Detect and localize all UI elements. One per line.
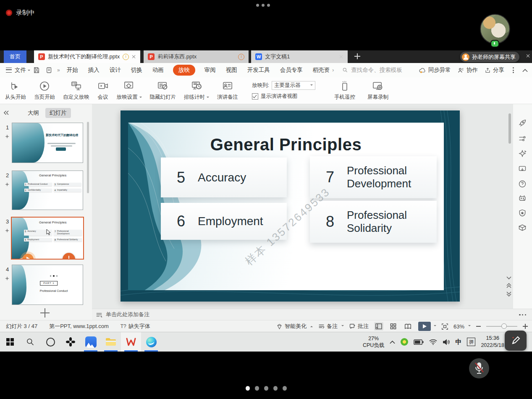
command-search-input[interactable]: 查找命令、搜索模板 [342, 66, 428, 74]
menu-item[interactable]: 会员专享 [280, 66, 303, 74]
hamburger-icon[interactable] [6, 68, 12, 73]
display-target-select[interactable]: 主要显示器 [272, 81, 315, 90]
menu-item[interactable]: 插入 [88, 66, 100, 74]
tab-outline[interactable]: 大纲 [28, 109, 39, 117]
document-tab[interactable]: P 莉莉译东西.pptx ! [144, 50, 249, 63]
slide-title[interactable]: General Principles [128, 135, 444, 154]
new-tab-button[interactable] [352, 50, 363, 63]
slide-editor[interactable]: General Principles 5 Accuracy 7 Professi… [121, 110, 460, 302]
slide-thumbnail-3-selected[interactable]: 3 General Principles 5Accuracy 7Professi… [0, 217, 92, 267]
zoom-level[interactable]: 63% [453, 323, 471, 330]
resource-box-icon[interactable] [518, 223, 527, 234]
battery-icon[interactable] [414, 339, 424, 345]
zoom-slider[interactable] [486, 326, 517, 327]
file-menu[interactable]: 文件 [15, 66, 26, 74]
cpu-load-indicator[interactable]: 27% CPU负载 [363, 335, 384, 349]
menu-item[interactable]: 设计 [110, 66, 121, 74]
antivirus-tray-icon[interactable] [401, 338, 408, 346]
sparkle-star-icon[interactable] [518, 150, 527, 160]
comments-button[interactable]: 批注 [349, 323, 369, 330]
menu-item[interactable]: 切换 [131, 66, 142, 74]
slide-sorter-view-button[interactable] [389, 322, 398, 331]
taskbar-search-button[interactable] [20, 332, 40, 352]
rehearse-timing-button[interactable]: 排练计时 [184, 81, 209, 101]
start-button[interactable] [0, 332, 20, 352]
hide-slide-button[interactable]: 隐藏幻灯片 [150, 81, 176, 101]
speaker-icon[interactable] [443, 339, 450, 345]
slideshow-play-button[interactable] [418, 322, 431, 331]
previous-slide-button[interactable] [506, 282, 511, 290]
overlay-page-dots[interactable] [246, 386, 287, 391]
ime-mode-indicator[interactable]: 拼 [467, 338, 475, 346]
smart-beautify-button[interactable]: 智能美化 [276, 323, 313, 330]
microphone-muted-button[interactable] [469, 358, 489, 378]
notes-resize-handle-icon[interactable] [519, 314, 526, 315]
menu-item[interactable]: 视图 [226, 66, 237, 74]
meeting-button[interactable]: 会议 [97, 81, 109, 101]
reading-view-button[interactable] [404, 322, 413, 331]
screen-record-button[interactable]: 屏幕录制 [367, 81, 388, 101]
file-explorer-button[interactable] [101, 332, 121, 352]
notes-input[interactable]: 单击此处添加备注 [92, 309, 532, 320]
document-tab-active[interactable]: P 新技术时代下的翻译伦理.pptx ! [34, 50, 140, 63]
panel-scrollbar[interactable] [87, 122, 89, 193]
normal-view-button[interactable] [374, 322, 383, 331]
play-from-start-button[interactable]: 从头开始 [5, 81, 26, 101]
more-quick-actions-icon[interactable]: » [57, 67, 60, 73]
add-slide-button[interactable] [40, 308, 50, 318]
custom-show-button[interactable]: 自定义放映 [63, 81, 89, 101]
slide-item-card[interactable]: 8 Professional Solidarity [310, 201, 437, 243]
more-menu-icon[interactable] [511, 67, 516, 73]
ime-language-indicator[interactable]: 中 [455, 338, 461, 346]
share-button[interactable]: 分享 [485, 66, 504, 74]
slide-item-card[interactable]: 5 Accuracy [161, 158, 287, 197]
next-slide-button[interactable] [506, 291, 511, 298]
overlay-drag-handle[interactable] [256, 4, 270, 7]
wps-office-button[interactable] [121, 332, 141, 352]
menu-item-active[interactable]: 放映 [173, 65, 195, 76]
canvas-scrollbar[interactable] [508, 113, 511, 144]
play-options-caret-icon[interactable] [434, 325, 436, 328]
taskbar-clock[interactable]: 15:36 2022/5/18 [481, 335, 504, 349]
cast-screen-icon[interactable] [518, 165, 527, 175]
zoom-out-button[interactable] [476, 326, 481, 327]
service-robot-icon[interactable] [518, 194, 527, 204]
phone-remote-button[interactable]: 手机遥控 [334, 81, 355, 101]
show-settings-button[interactable]: 放映设置 [117, 81, 142, 101]
menu-item[interactable]: 开发工具 [247, 66, 270, 74]
presenter-view-checkbox[interactable] [252, 93, 258, 100]
collaborate-button[interactable]: 协作 [458, 66, 478, 74]
wifi-icon[interactable] [429, 339, 437, 345]
slide-thumbnail-1[interactable]: 1 新技术时代下的翻译伦理 [0, 123, 92, 165]
menu-item[interactable]: 动画 [152, 66, 164, 74]
speaker-notes-button[interactable]: 演讲备注 [217, 81, 238, 101]
sync-status[interactable]: 同步异常 [419, 66, 451, 74]
close-tab-icon[interactable] [132, 55, 136, 59]
document-tab[interactable]: W 文字文稿1 [251, 50, 348, 63]
home-tab[interactable]: 首页 [4, 50, 26, 63]
menu-item[interactable]: 审阅 [204, 66, 216, 74]
pinwheel-app-button[interactable] [60, 332, 81, 352]
tray-expand-icon[interactable] [390, 340, 395, 344]
fit-to-window-icon[interactable] [442, 323, 448, 330]
notes-toggle-button[interactable]: 备注 [318, 323, 344, 330]
scroll-down-icon[interactable] [506, 274, 511, 281]
zoom-slider-knob[interactable] [501, 323, 507, 329]
edge-browser-button[interactable] [141, 332, 161, 352]
rocket-icon[interactable] [518, 119, 527, 129]
collapse-panel-icon[interactable] [3, 110, 9, 116]
slide-thumbnail-2[interactable]: 2 General Principles 1Professional Condu… [0, 171, 92, 213]
menu-item[interactable]: 稻壳资 [313, 66, 330, 74]
save-button[interactable] [33, 66, 40, 74]
privilege-shield-icon[interactable] [518, 209, 527, 219]
slide-thumbnail-4[interactable]: 4 PART 1 Professional Conduct [0, 265, 92, 307]
missing-font-warning[interactable]: T? 缺失字体 [121, 323, 150, 330]
play-from-current-button[interactable]: 当页开始 [34, 81, 55, 101]
zoom-in-button[interactable] [523, 324, 528, 329]
tab-slides[interactable]: 幻灯片 [45, 108, 71, 118]
output-button[interactable] [45, 66, 53, 74]
menu-item[interactable]: 开始 [67, 66, 78, 74]
cortana-button[interactable] [40, 332, 60, 352]
collapse-ribbon-icon[interactable] [522, 68, 528, 72]
annotation-pen-button[interactable] [505, 331, 527, 351]
